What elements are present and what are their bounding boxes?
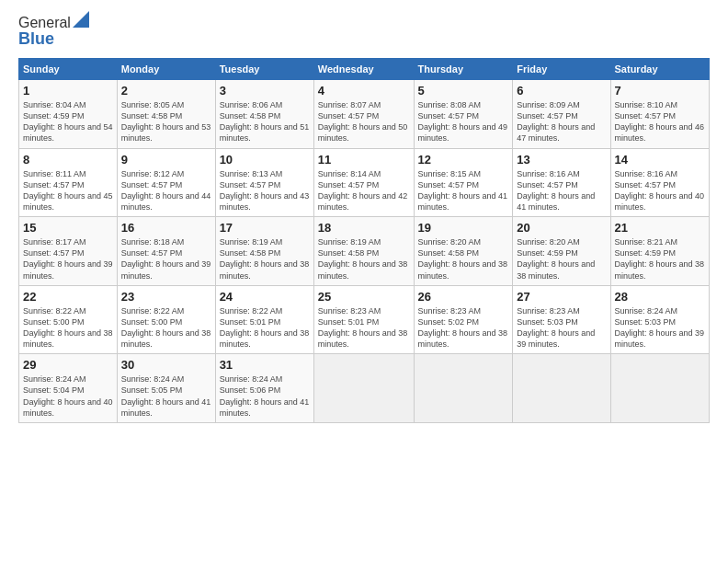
calendar-cell: 13Sunrise: 8:16 AMSunset: 4:57 PMDayligh… xyxy=(513,148,610,217)
week-row-3: 15Sunrise: 8:17 AMSunset: 4:57 PMDayligh… xyxy=(19,217,710,286)
col-header-friday: Friday xyxy=(513,59,610,80)
cell-info: Sunrise: 8:24 AMSunset: 5:05 PMDaylight:… xyxy=(121,373,211,419)
calendar-cell: 24Sunrise: 8:22 AMSunset: 5:01 PMDayligh… xyxy=(215,285,313,354)
day-number: 12 xyxy=(418,153,509,167)
week-row-4: 22Sunrise: 8:22 AMSunset: 5:00 PMDayligh… xyxy=(19,285,710,354)
logo-blue-text: Blue xyxy=(18,29,89,49)
calendar-cell: 7Sunrise: 8:10 AMSunset: 4:57 PMDaylight… xyxy=(610,80,709,149)
cell-info: Sunrise: 8:18 AMSunset: 4:57 PMDaylight:… xyxy=(121,236,211,282)
day-number: 1 xyxy=(23,84,113,98)
calendar-cell xyxy=(610,354,709,423)
day-number: 7 xyxy=(615,84,705,98)
calendar-cell: 30Sunrise: 8:24 AMSunset: 5:05 PMDayligh… xyxy=(117,354,215,423)
week-row-2: 8Sunrise: 8:11 AMSunset: 4:57 PMDaylight… xyxy=(19,148,710,217)
cell-info: Sunrise: 8:19 AMSunset: 4:58 PMDaylight:… xyxy=(220,236,310,282)
day-number: 29 xyxy=(23,358,113,372)
cell-info: Sunrise: 8:20 AMSunset: 4:58 PMDaylight:… xyxy=(418,236,509,282)
calendar-cell: 29Sunrise: 8:24 AMSunset: 5:04 PMDayligh… xyxy=(19,354,118,423)
day-number: 6 xyxy=(517,84,606,98)
day-number: 3 xyxy=(220,84,310,98)
calendar-cell: 31Sunrise: 8:24 AMSunset: 5:06 PMDayligh… xyxy=(215,354,313,423)
cell-info: Sunrise: 8:16 AMSunset: 4:57 PMDaylight:… xyxy=(517,168,606,213)
calendar-cell: 3Sunrise: 8:06 AMSunset: 4:58 PMDaylight… xyxy=(215,80,313,149)
page-container: General Blue SundayMondayTuesdayWednesda… xyxy=(0,0,728,432)
day-number: 10 xyxy=(220,153,310,167)
day-number: 20 xyxy=(517,221,606,235)
day-number: 17 xyxy=(220,221,310,235)
day-number: 16 xyxy=(121,221,211,235)
day-number: 21 xyxy=(615,221,705,235)
cell-info: Sunrise: 8:04 AMSunset: 4:59 PMDaylight:… xyxy=(23,99,113,144)
cell-info: Sunrise: 8:09 AMSunset: 4:57 PMDaylight:… xyxy=(517,99,606,144)
calendar-cell: 4Sunrise: 8:07 AMSunset: 4:57 PMDaylight… xyxy=(313,80,414,149)
calendar-cell: 8Sunrise: 8:11 AMSunset: 4:57 PMDaylight… xyxy=(19,148,118,217)
day-number: 27 xyxy=(517,290,606,304)
calendar-cell: 15Sunrise: 8:17 AMSunset: 4:57 PMDayligh… xyxy=(19,217,118,286)
calendar-cell: 2Sunrise: 8:05 AMSunset: 4:58 PMDaylight… xyxy=(117,80,215,149)
calendar-cell: 27Sunrise: 8:23 AMSunset: 5:03 PMDayligh… xyxy=(513,285,610,354)
calendar-cell: 5Sunrise: 8:08 AMSunset: 4:57 PMDaylight… xyxy=(414,80,513,149)
day-number: 2 xyxy=(121,84,211,98)
day-number: 15 xyxy=(23,221,113,235)
day-number: 19 xyxy=(418,221,509,235)
col-header-wednesday: Wednesday xyxy=(313,59,414,80)
day-number: 5 xyxy=(418,84,509,98)
calendar-cell: 18Sunrise: 8:19 AMSunset: 4:58 PMDayligh… xyxy=(313,217,414,286)
cell-info: Sunrise: 8:20 AMSunset: 4:59 PMDaylight:… xyxy=(517,236,606,282)
col-header-thursday: Thursday xyxy=(414,59,513,80)
week-row-5: 29Sunrise: 8:24 AMSunset: 5:04 PMDayligh… xyxy=(19,354,710,423)
cell-info: Sunrise: 8:23 AMSunset: 5:01 PMDaylight:… xyxy=(318,305,410,350)
calendar-cell: 28Sunrise: 8:24 AMSunset: 5:03 PMDayligh… xyxy=(610,285,709,354)
cell-info: Sunrise: 8:08 AMSunset: 4:57 PMDaylight:… xyxy=(418,99,509,144)
cell-info: Sunrise: 8:24 AMSunset: 5:03 PMDaylight:… xyxy=(615,305,705,350)
day-number: 14 xyxy=(615,153,705,167)
cell-info: Sunrise: 8:13 AMSunset: 4:57 PMDaylight:… xyxy=(220,168,310,213)
cell-info: Sunrise: 8:14 AMSunset: 4:57 PMDaylight:… xyxy=(318,168,410,213)
calendar-cell: 10Sunrise: 8:13 AMSunset: 4:57 PMDayligh… xyxy=(215,148,313,217)
cell-info: Sunrise: 8:16 AMSunset: 4:57 PMDaylight:… xyxy=(615,168,705,213)
logo-icon xyxy=(73,11,89,28)
week-row-1: 1Sunrise: 8:04 AMSunset: 4:59 PMDaylight… xyxy=(19,80,710,149)
calendar-cell: 17Sunrise: 8:19 AMSunset: 4:58 PMDayligh… xyxy=(215,217,313,286)
day-number: 23 xyxy=(121,290,211,304)
cell-info: Sunrise: 8:22 AMSunset: 5:00 PMDaylight:… xyxy=(121,305,211,350)
day-number: 25 xyxy=(318,290,410,304)
cell-info: Sunrise: 8:22 AMSunset: 5:01 PMDaylight:… xyxy=(220,305,310,350)
cell-info: Sunrise: 8:24 AMSunset: 5:04 PMDaylight:… xyxy=(23,373,113,419)
day-number: 11 xyxy=(318,153,410,167)
calendar-cell: 9Sunrise: 8:12 AMSunset: 4:57 PMDaylight… xyxy=(117,148,215,217)
day-number: 28 xyxy=(615,290,705,304)
header: General Blue xyxy=(18,15,710,49)
calendar-cell: 1Sunrise: 8:04 AMSunset: 4:59 PMDaylight… xyxy=(19,80,118,149)
day-number: 26 xyxy=(418,290,509,304)
day-number: 13 xyxy=(517,153,606,167)
day-number: 9 xyxy=(121,153,211,167)
cell-info: Sunrise: 8:11 AMSunset: 4:57 PMDaylight:… xyxy=(23,168,113,213)
calendar-cell xyxy=(313,354,414,423)
cell-info: Sunrise: 8:17 AMSunset: 4:57 PMDaylight:… xyxy=(23,236,113,282)
cell-info: Sunrise: 8:05 AMSunset: 4:58 PMDaylight:… xyxy=(121,99,211,144)
header-row: SundayMondayTuesdayWednesdayThursdayFrid… xyxy=(19,59,710,80)
cell-info: Sunrise: 8:19 AMSunset: 4:58 PMDaylight:… xyxy=(318,236,410,282)
calendar-cell: 6Sunrise: 8:09 AMSunset: 4:57 PMDaylight… xyxy=(513,80,610,149)
cell-info: Sunrise: 8:24 AMSunset: 5:06 PMDaylight:… xyxy=(220,373,310,419)
svg-marker-0 xyxy=(73,11,89,28)
day-number: 30 xyxy=(121,358,211,372)
cell-info: Sunrise: 8:23 AMSunset: 5:03 PMDaylight:… xyxy=(517,305,606,350)
calendar-cell: 14Sunrise: 8:16 AMSunset: 4:57 PMDayligh… xyxy=(610,148,709,217)
calendar-cell: 25Sunrise: 8:23 AMSunset: 5:01 PMDayligh… xyxy=(313,285,414,354)
day-number: 31 xyxy=(220,358,310,372)
col-header-sunday: Sunday xyxy=(19,59,118,80)
day-number: 22 xyxy=(23,290,113,304)
calendar-cell: 19Sunrise: 8:20 AMSunset: 4:58 PMDayligh… xyxy=(414,217,513,286)
cell-info: Sunrise: 8:12 AMSunset: 4:57 PMDaylight:… xyxy=(121,168,211,213)
cell-info: Sunrise: 8:15 AMSunset: 4:57 PMDaylight:… xyxy=(418,168,509,213)
calendar-cell: 16Sunrise: 8:18 AMSunset: 4:57 PMDayligh… xyxy=(117,217,215,286)
calendar-cell: 12Sunrise: 8:15 AMSunset: 4:57 PMDayligh… xyxy=(414,148,513,217)
day-number: 8 xyxy=(23,153,113,167)
calendar-cell: 20Sunrise: 8:20 AMSunset: 4:59 PMDayligh… xyxy=(513,217,610,286)
calendar-cell: 21Sunrise: 8:21 AMSunset: 4:59 PMDayligh… xyxy=(610,217,709,286)
calendar-cell: 23Sunrise: 8:22 AMSunset: 5:00 PMDayligh… xyxy=(117,285,215,354)
cell-info: Sunrise: 8:06 AMSunset: 4:58 PMDaylight:… xyxy=(220,99,310,144)
logo: General Blue xyxy=(18,15,89,49)
